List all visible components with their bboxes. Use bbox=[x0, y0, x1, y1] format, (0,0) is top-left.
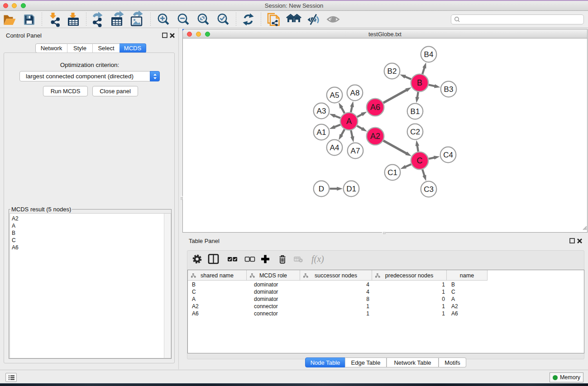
svg-text:f(x): f(x) bbox=[311, 254, 324, 264]
